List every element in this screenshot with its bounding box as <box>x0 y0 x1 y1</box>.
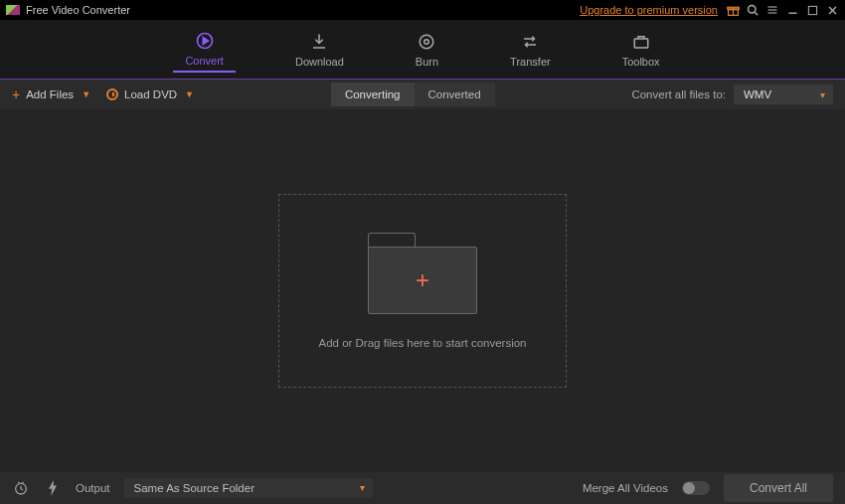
content-area: + Add or Drag files here to start conver… <box>0 109 845 472</box>
tab-toolbox[interactable]: Toolbox <box>610 28 672 72</box>
merge-toggle[interactable] <box>682 481 710 495</box>
toolbox-icon <box>631 32 651 52</box>
menu-icon[interactable] <box>765 3 779 17</box>
folder-icon: + <box>368 233 477 317</box>
upgrade-link[interactable]: Upgrade to premium version <box>580 4 718 16</box>
dropzone[interactable]: + Add or Drag files here to start conver… <box>278 194 567 388</box>
plus-icon: + <box>12 86 20 102</box>
chevron-down-icon: ▼ <box>185 89 194 99</box>
minimize-icon[interactable] <box>785 3 799 17</box>
schedule-icon[interactable] <box>12 479 30 497</box>
disc-icon <box>106 88 118 100</box>
main-tabs: Convert Download Burn Transfer Toolbox <box>0 20 845 80</box>
svg-line-21 <box>22 482 23 483</box>
subtab-converted[interactable]: Converted <box>415 83 495 106</box>
gift-icon[interactable] <box>726 3 740 17</box>
chevron-down-icon: ▼ <box>82 89 90 99</box>
tab-burn[interactable]: Burn <box>404 28 450 72</box>
svg-line-20 <box>18 482 19 483</box>
svg-line-4 <box>755 12 758 15</box>
burn-icon <box>417 32 436 52</box>
output-label: Output <box>76 482 110 494</box>
transfer-icon <box>520 32 540 52</box>
svg-point-3 <box>749 6 757 14</box>
convert-icon <box>195 31 215 51</box>
app-logo-icon <box>6 5 20 15</box>
subtabs: Converting Converted <box>331 83 495 106</box>
output-format-select[interactable]: WMV <box>734 84 833 104</box>
tab-download[interactable]: Download <box>283 28 356 72</box>
maximize-icon[interactable] <box>805 3 819 17</box>
svg-rect-9 <box>808 6 816 14</box>
load-dvd-button[interactable]: Load DVD ▼ <box>106 88 194 100</box>
output-folder-select[interactable]: Same As Source Folder <box>124 478 373 498</box>
convert-all-button[interactable]: Convert All <box>724 474 833 502</box>
tab-convert[interactable]: Convert <box>173 27 236 73</box>
subtab-converting[interactable]: Converting <box>331 83 415 106</box>
download-icon <box>309 32 329 52</box>
close-icon[interactable] <box>825 3 839 17</box>
gpu-accel-icon[interactable] <box>44 479 62 497</box>
merge-label: Merge All Videos <box>583 482 668 494</box>
footer: Output Same As Source Folder Merge All V… <box>0 472 845 504</box>
tab-transfer[interactable]: Transfer <box>498 28 563 72</box>
svg-point-15 <box>424 39 429 44</box>
toolbar: + Add Files ▼ Load DVD ▼ Converting Conv… <box>0 80 845 109</box>
search-icon[interactable] <box>746 3 760 17</box>
titlebar: Free Video Converter Upgrade to premium … <box>0 0 845 20</box>
dropzone-text: Add or Drag files here to start conversi… <box>318 337 526 349</box>
add-plus-icon: + <box>416 266 429 294</box>
svg-point-14 <box>421 35 434 49</box>
app-title: Free Video Converter <box>26 4 580 16</box>
add-files-button[interactable]: + Add Files ▼ <box>12 86 90 102</box>
svg-line-19 <box>21 489 23 490</box>
svg-rect-16 <box>634 39 648 48</box>
convert-to-label: Convert all files to: <box>631 88 726 100</box>
